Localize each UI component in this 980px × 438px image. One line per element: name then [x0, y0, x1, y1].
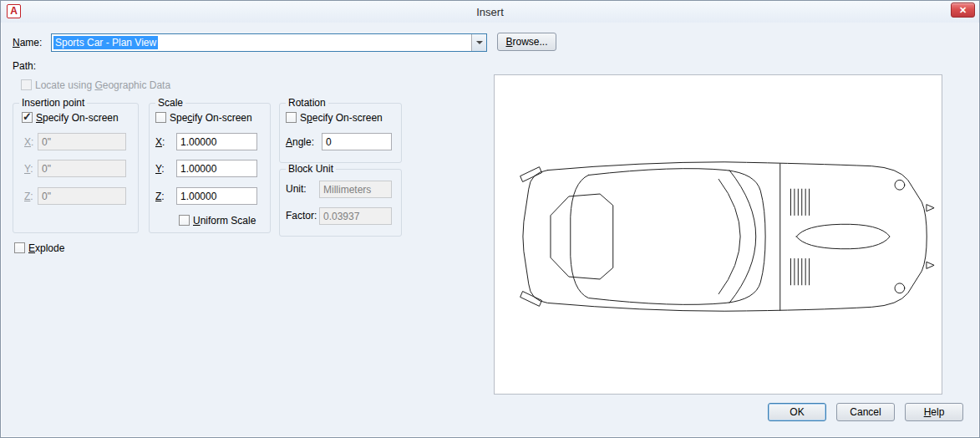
- name-combobox-dropdown-button[interactable]: [471, 34, 486, 51]
- name-combobox[interactable]: Sports Car - Plan View: [51, 33, 487, 52]
- uniform-scale-label[interactable]: Uniform Scale: [193, 215, 256, 227]
- scale-z-input[interactable]: [176, 187, 257, 205]
- block-unit-group: Block Unit: [279, 169, 402, 237]
- scale-specify-onscreen-checkbox[interactable]: [155, 112, 166, 123]
- insertion-specify-onscreen-label[interactable]: Specify On-screen: [36, 112, 119, 124]
- insertion-y-input: [38, 160, 126, 177]
- scale-y-input[interactable]: [176, 160, 257, 177]
- close-button[interactable]: ✕: [951, 3, 975, 18]
- path-label: Path:: [13, 60, 36, 72]
- browse-button[interactable]: Browse...: [497, 33, 556, 51]
- angle-input[interactable]: [322, 133, 392, 150]
- sports-car-plan-view-drawing: [520, 156, 937, 318]
- titlebar[interactable]: A Insert ✕: [1, 1, 979, 23]
- block-preview-panel: [494, 74, 942, 395]
- unit-label: Unit:: [286, 183, 307, 195]
- cancel-button[interactable]: Cancel: [836, 403, 895, 421]
- insertion-specify-onscreen-checkbox[interactable]: [22, 112, 33, 123]
- insertion-x-input: [38, 133, 126, 150]
- scale-specify-onscreen-label[interactable]: Specify On-screen: [170, 112, 252, 124]
- factor-value-field: [319, 207, 392, 225]
- insertion-z-label: Z:: [24, 191, 33, 202]
- rotation-specify-onscreen-checkbox[interactable]: [286, 112, 297, 123]
- factor-label: Factor:: [286, 210, 317, 222]
- scale-x-label: X:: [155, 136, 165, 148]
- chevron-down-icon: [476, 41, 483, 44]
- insertion-point-group-title: Insertion point: [19, 97, 87, 109]
- rotation-group-title: Rotation: [286, 97, 328, 109]
- insert-dialog: A Insert ✕ Name: Sports Car - Plan View …: [0, 0, 980, 438]
- scale-z-label: Z:: [155, 191, 165, 202]
- window-title: Insert: [1, 6, 979, 18]
- rotation-specify-onscreen-label[interactable]: Specify On-screen: [300, 112, 383, 124]
- unit-value-field: [319, 181, 392, 198]
- geographic-data-checkbox: [21, 79, 32, 90]
- block-unit-group-title: Block Unit: [286, 163, 336, 175]
- insertion-y-label: Y:: [24, 163, 33, 175]
- insertion-x-label: X:: [24, 136, 33, 148]
- ok-button[interactable]: OK: [768, 403, 826, 421]
- scale-y-label: Y:: [155, 163, 165, 175]
- scale-group-title: Scale: [155, 97, 185, 109]
- explode-checkbox[interactable]: [14, 242, 25, 253]
- name-combobox-value: Sports Car - Plan View: [53, 36, 158, 49]
- scale-x-input[interactable]: [176, 133, 257, 150]
- name-label: Name:: [13, 37, 42, 48]
- insertion-z-input: [38, 187, 126, 205]
- angle-label: Angle:: [286, 136, 314, 148]
- help-button[interactable]: Help: [905, 403, 963, 421]
- uniform-scale-checkbox[interactable]: [179, 215, 190, 226]
- geographic-data-label: Locate using Geographic Data: [35, 79, 170, 91]
- explode-label[interactable]: Explode: [28, 242, 64, 254]
